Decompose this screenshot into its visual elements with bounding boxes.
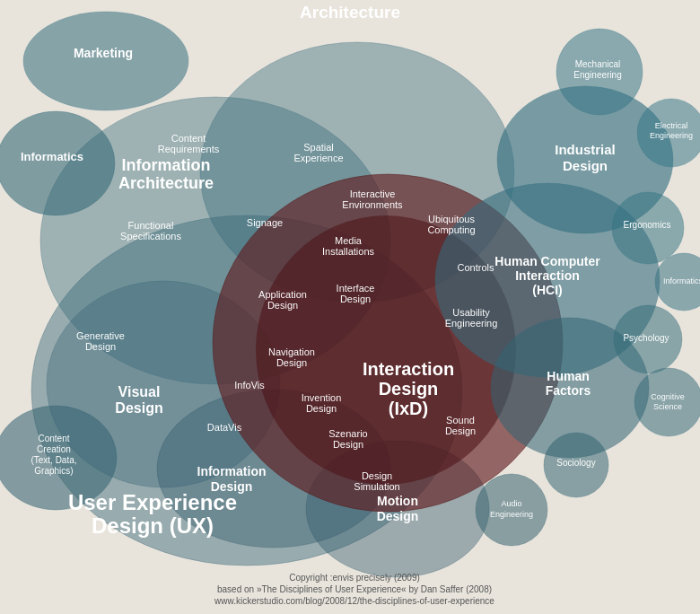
label-func-spec: Functional — [128, 220, 174, 231]
label-sociology: Sociology — [556, 458, 595, 468]
label-ubiquitous2: Computing — [427, 224, 475, 235]
label-visual-design2: Design — [115, 400, 162, 416]
label-content-creation: Content — [38, 434, 69, 443]
svg-point-13 — [0, 111, 115, 215]
label-szenario2: Design — [333, 439, 363, 450]
label-ux: User Experience — [68, 490, 237, 514]
label-signage: Signage — [247, 217, 283, 228]
label-cognitive: Cognitive — [651, 392, 685, 401]
label-usability2: Engineering — [445, 318, 498, 329]
label-datavis: DataVis — [207, 422, 242, 433]
label-architecture: Architecture — [300, 3, 400, 22]
label-content-creation2: Creation — [37, 444, 71, 454]
label-func-spec2: Specifications — [120, 231, 181, 241]
label-elec-eng: Electrical — [655, 121, 688, 130]
label-generative2: Design — [85, 341, 116, 352]
label-human-factors: Human — [547, 369, 589, 383]
label-hci2: Interaction — [515, 268, 580, 283]
label-content-creation3: (Text, Data, — [31, 455, 76, 465]
label-design-sim2: Simulation — [354, 481, 399, 492]
label-nav-design2: Design — [276, 357, 307, 368]
label-ixd3: (IxD) — [389, 399, 428, 418]
label-ixd: Interaction — [363, 359, 454, 379]
label-marketing: Marketing — [74, 46, 133, 60]
label-industrial-design2: Design — [563, 158, 608, 173]
label-content-req2: Requirements — [158, 144, 220, 154]
svg-point-12 — [23, 12, 188, 110]
footer-line3: www.kickerstudio.com/blog/2008/12/the-di… — [214, 596, 494, 606]
label-hci3: (HCI) — [532, 283, 562, 297]
footer-line1: Copyright :envis precisely (2009) — [289, 573, 420, 583]
label-spatial2: Experience — [293, 153, 343, 163]
label-szenario: Szenario — [328, 428, 367, 439]
label-design-sim: Design — [362, 470, 392, 481]
label-audio-eng2: Engineering — [490, 510, 533, 519]
label-ubiquitous: Ubiquitous — [428, 214, 475, 224]
label-generative: Generative — [76, 330, 125, 341]
label-mech-eng: Mechanical — [575, 59, 621, 69]
label-media-inst2: Installations — [322, 246, 375, 257]
label-media-inst: Media — [335, 235, 363, 246]
label-cognitive2: Science — [653, 402, 682, 411]
label-invention: Invention — [302, 392, 342, 403]
label-human-factors2: Factors — [546, 383, 591, 398]
label-sound-design2: Design — [445, 425, 476, 436]
label-nav-design: Navigation — [268, 346, 315, 357]
label-elec-eng2: Engineering — [650, 131, 693, 140]
label-invention2: Design — [306, 403, 337, 414]
label-interactive-env: Interactive — [350, 189, 396, 199]
label-ia: Information — [122, 156, 211, 174]
label-mech-eng2: Engineering — [573, 70, 621, 80]
label-industrial-design: Industrial — [555, 142, 616, 157]
label-interactive-env2: Environments — [342, 199, 403, 210]
label-interface-design: Interface — [337, 283, 375, 294]
label-informatics: Informatics — [21, 150, 83, 163]
label-usability: Usability — [452, 307, 490, 318]
label-content-creation4: Graphics) — [34, 466, 73, 476]
label-motion: Motion — [377, 494, 418, 508]
label-audio-eng: Audio — [501, 499, 521, 508]
diagram-container: Architecture Marketing Informatics Infor… — [0, 0, 700, 614]
label-app-design2: Design — [267, 300, 298, 311]
label-interface-design2: Design — [340, 294, 371, 304]
label-informatics-right: Informatics — [663, 276, 700, 285]
label-infovis: InfoVis — [234, 380, 265, 390]
label-motion2: Design — [377, 509, 419, 523]
footer-line2: based on »The Disciplines of User Experi… — [217, 584, 492, 594]
label-psychology: Psychology — [623, 333, 669, 343]
label-info-design: Information — [197, 464, 267, 478]
label-ia2: Architecture — [118, 174, 214, 192]
venn-diagram-svg: Architecture Marketing Informatics Infor… — [0, 0, 700, 614]
label-ixd2: Design — [379, 379, 439, 399]
label-content-req: Content — [171, 133, 206, 144]
label-hci: Human Computer — [494, 254, 600, 268]
label-sound-design: Sound — [446, 415, 475, 425]
label-visual-design: Visual — [118, 384, 161, 399]
label-spatial: Spatial — [303, 142, 334, 153]
label-ergonomics: Ergonomics — [624, 220, 671, 230]
label-app-design: Application — [258, 289, 307, 300]
label-controls: Controls — [458, 262, 494, 273]
label-ux2: Design (UX) — [92, 513, 214, 538]
